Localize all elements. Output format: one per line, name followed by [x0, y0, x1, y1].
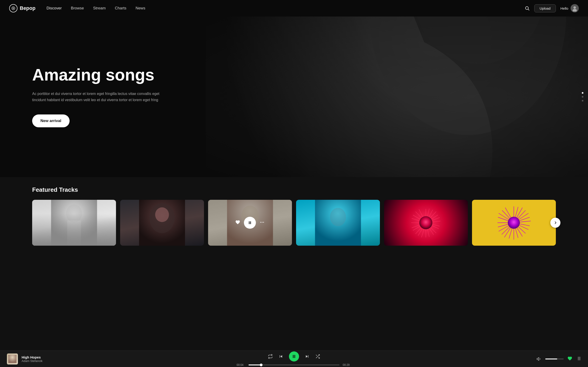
user-hello-label: Hello — [561, 6, 568, 10]
svg-point-21 — [263, 222, 264, 223]
svg-rect-18 — [250, 221, 251, 224]
heart-icon-3[interactable] — [235, 220, 240, 226]
nav-links: Discover Browse Stream Charts News — [46, 6, 145, 10]
logo[interactable]: Bepop — [9, 4, 35, 12]
nav-link-browse[interactable]: Browse — [71, 6, 84, 10]
svg-rect-17 — [249, 221, 250, 224]
track-overlay-3 — [208, 200, 292, 246]
svg-point-4 — [573, 6, 576, 9]
track-card-3[interactable] — [208, 200, 292, 246]
upload-button[interactable]: Upload — [534, 4, 556, 12]
dot-2[interactable] — [582, 96, 583, 98]
svg-point-19 — [260, 222, 261, 223]
slider-dots — [582, 92, 583, 102]
hero-background — [206, 17, 588, 177]
tracks-container — [32, 200, 556, 246]
svg-point-20 — [262, 222, 263, 223]
hero-title: Amazing songs — [32, 66, 165, 84]
nav-link-discover[interactable]: Discover — [46, 6, 61, 10]
search-button[interactable] — [525, 6, 530, 11]
svg-point-0 — [12, 7, 15, 10]
featured-tracks-section: Featured Tracks — [0, 177, 588, 269]
brand-name: Bepop — [20, 5, 35, 11]
nav-link-charts[interactable]: Charts — [115, 6, 126, 10]
svg-line-3 — [528, 9, 529, 10]
hero-description: Ac porttitor et dui viverra tortor et lo… — [32, 91, 165, 103]
nav-left: Bepop Discover Browse Stream Charts News — [9, 4, 145, 12]
user-avatar — [571, 4, 579, 12]
logo-icon — [9, 4, 17, 12]
nav-right: Upload Hello — [525, 4, 579, 12]
svg-point-1 — [13, 8, 14, 9]
svg-point-2 — [526, 7, 528, 10]
track-card-4[interactable] — [296, 200, 380, 246]
track-card-2[interactable] — [120, 200, 204, 246]
dot-3[interactable] — [582, 100, 583, 102]
more-icon-3[interactable] — [259, 220, 265, 226]
nav-link-news[interactable]: News — [136, 6, 145, 10]
track-card-6[interactable] — [472, 200, 556, 246]
track-card-5[interactable] — [384, 200, 468, 246]
nav-link-stream[interactable]: Stream — [93, 6, 106, 10]
hero-section: Amazing songs Ac porttitor et dui viverr… — [0, 17, 588, 177]
user-area[interactable]: Hello — [561, 4, 579, 12]
track-card-1[interactable] — [32, 200, 116, 246]
tracks-grid — [32, 200, 556, 246]
pause-button-3[interactable] — [244, 217, 256, 229]
featured-tracks-title: Featured Tracks — [32, 186, 556, 193]
tracks-next-button[interactable] — [550, 218, 561, 228]
new-arrival-button[interactable]: New arrival — [32, 115, 69, 127]
dot-1[interactable] — [582, 92, 583, 94]
svg-point-5 — [573, 9, 577, 11]
hero-content: Amazing songs Ac porttitor et dui viverr… — [32, 66, 165, 127]
navbar: Bepop Discover Browse Stream Charts News… — [0, 0, 588, 17]
